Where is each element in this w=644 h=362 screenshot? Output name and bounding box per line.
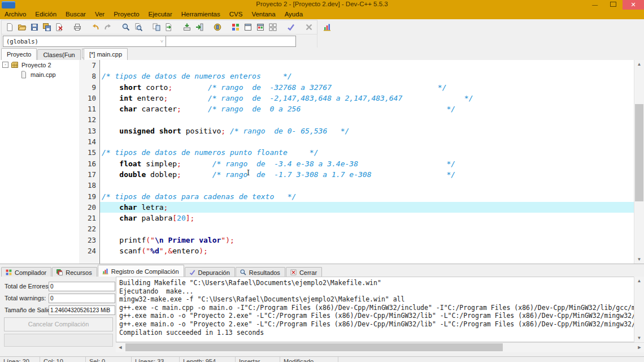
all-windows-button[interactable] [267, 21, 279, 33]
compile-button[interactable] [181, 21, 193, 33]
profile-analysis-button[interactable] [321, 21, 333, 33]
field-label: Total de Errores: [5, 283, 50, 290]
grid-color-icon [5, 269, 12, 276]
field-value-input[interactable]: 0 [49, 294, 115, 303]
code-token: ) [225, 236, 230, 244]
globals-combobox[interactable]: (globals) ˅ [3, 36, 166, 47]
scroll-up-icon[interactable]: ▲ [634, 60, 644, 68]
maximize-button[interactable] [604, 0, 621, 10]
new-file-button[interactable] [3, 21, 16, 33]
status-bar: Línea: 20Col: 10Sel: 0Líneas: 33Length: … [0, 356, 644, 362]
code-token: ) [199, 247, 203, 255]
undo-button[interactable] [89, 21, 102, 33]
menu-item-herramientas[interactable]: Herramientas [177, 10, 225, 19]
scroll-right-icon[interactable]: ► [635, 343, 644, 352]
menu-item-ventana[interactable]: Ventana [247, 10, 280, 19]
compile-and-run-button[interactable] [211, 21, 224, 33]
project-options-button[interactable] [229, 21, 242, 33]
menu-item-archivo[interactable]: Archivo [0, 10, 31, 19]
scroll-down-icon[interactable]: ▼ [634, 334, 644, 342]
close-button[interactable]: ✕ [623, 0, 644, 10]
code-token: /* rango de -3.4 e-38 a 3.4e-38 */ [212, 160, 455, 168]
scroll-left-icon[interactable]: ◄ [116, 343, 125, 352]
editor-lines: /* tipos de datos de numeros enteros */ … [100, 60, 634, 264]
find-in-files-button[interactable] [132, 21, 145, 33]
code-token: /* tipos de datos para cadenas de texto … [102, 192, 296, 201]
line-number: 23 [79, 235, 99, 245]
menu-item-edicin[interactable]: Edición [31, 10, 61, 19]
save-all-button[interactable] [41, 21, 53, 33]
code-token: entero [133, 94, 164, 102]
close-file-button[interactable] [53, 21, 66, 33]
line-number-gutter: 789101112131415161718192021222324 [79, 60, 100, 264]
code-token: caracter [137, 105, 177, 113]
code-token: 20 [177, 214, 186, 222]
tab-proyecto[interactable]: Proyecto [1, 48, 37, 60]
goto-line-button[interactable] [163, 21, 175, 33]
menu-item-ver[interactable]: Ver [90, 10, 109, 19]
code-token [155, 127, 159, 135]
menu-item-proyecto[interactable]: Proyecto [109, 10, 143, 19]
syntax-check-icon [286, 23, 295, 32]
syntax-check-button[interactable] [285, 21, 297, 33]
field-value-input[interactable]: 1.24604320526123 MiB [49, 305, 115, 315]
insert-window-button[interactable] [254, 21, 267, 33]
print-button[interactable] [71, 21, 84, 33]
log-scroll-thumb[interactable] [125, 343, 503, 351]
code-token: positivo [181, 127, 221, 135]
field-value-input[interactable]: 0 [49, 282, 115, 291]
bottom-tab-label: Depuración [198, 269, 230, 276]
toolbar-group [228, 21, 281, 33]
line-number: 16 [79, 158, 99, 169]
log-line: g++.exe main.o -o "Proyecto 2.exe" -L"C:… [119, 312, 634, 320]
replace-button[interactable] [150, 21, 163, 33]
editor-scroll-thumb[interactable] [635, 104, 643, 201]
cancel-compilation-button[interactable]: Cancelar Compilación [4, 317, 113, 331]
open-file-button[interactable] [16, 21, 28, 33]
menu-item-buscar[interactable]: Buscar [61, 10, 90, 19]
menu-item-cvs[interactable]: CVS [225, 10, 247, 19]
redo-button[interactable] [102, 21, 114, 33]
log-vertical-scrollbar[interactable]: ▲ ▼ [634, 277, 644, 342]
code-token [102, 214, 119, 222]
log-line: Compilation succeeded in 1.13 seconds [119, 329, 634, 337]
tree-item-maincpp[interactable]: main.cpp [0, 70, 79, 79]
code-line: scanf("%d",&entero); [100, 245, 634, 256]
navigator-panel: (globals) ˅ [1, 34, 317, 48]
editor-vertical-scrollbar[interactable]: ▲ ▼ [634, 60, 644, 264]
save-button[interactable] [28, 21, 41, 33]
tab-main-cpp[interactable]: [*] main.cpp [84, 48, 128, 60]
new-window-button[interactable] [242, 21, 254, 33]
code-token [225, 127, 230, 135]
code-token: " [159, 247, 164, 255]
tab-clasesfun[interactable]: Clases(Fun [37, 49, 80, 61]
scroll-down-icon[interactable]: ▼ [634, 255, 644, 264]
status-segment: Líneas: 33 [132, 357, 180, 362]
members-combobox[interactable] [166, 36, 296, 47]
status-segment: Sel: 0 [86, 357, 132, 362]
tab-registro-de-compilaci-n[interactable]: Registro de Compilación [98, 265, 184, 277]
line-number: 9 [79, 82, 99, 93]
layers-icon [56, 269, 63, 276]
code-token [102, 170, 119, 179]
code-token: /* rango de 0 a 256 */ [208, 105, 455, 113]
all-windows-icon [268, 23, 277, 32]
editor-tabs: [*] main.cpp [84, 48, 128, 59]
tree-item-proyecto2[interactable]: -Proyecto 2 [0, 60, 79, 70]
log-line: g++.exe main.o -o "Proyecto 2.exe" -L"C:… [119, 320, 634, 329]
code-token: " [150, 236, 155, 244]
toolbar-group [283, 21, 299, 33]
tree-expander-icon[interactable]: - [2, 62, 8, 68]
find-icon [240, 269, 247, 276]
code-editor[interactable]: 789101112131415161718192021222324 /* tip… [79, 60, 644, 264]
abort-compilation-button[interactable] [303, 21, 315, 33]
find-button[interactable] [120, 21, 132, 33]
menu-item-ayuda[interactable]: Ayuda [280, 10, 307, 19]
run-button[interactable] [193, 21, 206, 33]
log-horizontal-scrollbar[interactable]: ◄ ► [116, 342, 644, 352]
code-token: ; [230, 236, 234, 244]
menu-item-ejecutar[interactable]: Ejecutar [144, 10, 177, 19]
scroll-up-icon[interactable]: ▲ [634, 277, 644, 285]
globals-combobox-value: (globals) [6, 38, 38, 45]
minimize-button[interactable]: — [586, 0, 603, 10]
